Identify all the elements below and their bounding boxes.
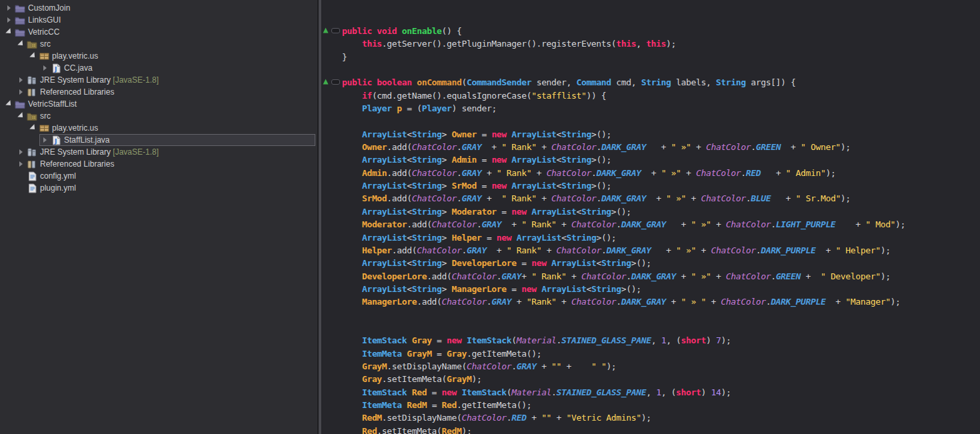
collapse-arrow-icon[interactable] (28, 123, 38, 133)
collapse-arrow-icon[interactable] (28, 51, 38, 61)
tree-item-linksgui[interactable]: LinksGUI (0, 14, 315, 26)
editor-line-row: public void onEnable() { (322, 25, 980, 37)
code-line[interactable]: ArrayList<String> ManagerLore = new Arra… (342, 283, 641, 295)
code-token: Helper (452, 233, 482, 243)
tree-item-referenced-libraries[interactable]: Referenced Libraries (0, 158, 315, 170)
annotation-ruler-cell (322, 309, 342, 321)
tree-item-src[interactable]: src (0, 110, 315, 122)
tree-item-play-vetric-us[interactable]: play.vetric.us (0, 50, 315, 62)
code-line[interactable]: Red.setItemMeta(RedM); (342, 425, 471, 434)
code-line[interactable]: ArrayList<String> Owner = new ArrayList<… (342, 128, 611, 141)
annotation-ruler-cell (322, 386, 342, 399)
code-token: RED (746, 168, 761, 178)
tree-item-jre-system-library[interactable]: JRE System Library [JavaSE-1.8] (0, 74, 315, 86)
code-line[interactable]: ArrayList<String> DeveloperLore = new Ar… (342, 257, 651, 269)
collapse-arrow-icon[interactable] (4, 99, 14, 109)
annotation-ruler-cell (322, 128, 342, 141)
code-line[interactable]: SrMod.add(ChatColor.GRAY + " Rank" + Cha… (342, 192, 851, 205)
code-token: + (527, 413, 541, 423)
override-marker-icon[interactable] (322, 78, 329, 85)
expand-arrow-icon[interactable] (16, 147, 26, 157)
code-token: GrayM (447, 374, 471, 384)
code-line[interactable]: ItemMeta GrayM = Gray.getItemMeta(); (342, 347, 541, 360)
project-explorer-panel[interactable]: CustomJoinLinksGUIVetricCCsrcplay.vetric… (0, 0, 318, 434)
annotation-ruler-cell (322, 167, 342, 179)
code-token: Gray (447, 349, 467, 359)
expand-arrow-icon[interactable] (16, 87, 26, 97)
tree-item-referenced-libraries[interactable]: Referenced Libraries (0, 86, 315, 98)
code-line[interactable]: RedM.setDisplayName(ChatColor.RED + "" +… (342, 411, 651, 424)
code-token: ChatColor (412, 142, 457, 152)
code-line[interactable]: Owner.add(ChatColor.GRAY + " Rank" + Cha… (342, 141, 851, 153)
code-line[interactable]: ArrayList<String> Helper = new ArrayList… (342, 231, 616, 244)
code-line[interactable]: Helper.add(ChatColor.GRAY + " Rank" + Ch… (342, 244, 891, 257)
tree-item-cc-java[interactable]: JCC.java (0, 62, 315, 74)
tree-item-src[interactable]: src (0, 38, 315, 50)
code-token: DARK_GRAY (621, 219, 666, 229)
code-line[interactable]: ItemStack Gray = new ItemStack(Material.… (342, 334, 731, 347)
expand-arrow-icon[interactable] (4, 15, 14, 25)
folding-marker-icon[interactable] (331, 28, 340, 33)
collapse-arrow-icon[interactable] (16, 39, 26, 49)
editor-line-row: public boolean onCommand(CommandSender s… (322, 76, 980, 89)
expand-arrow-icon[interactable] (4, 3, 14, 13)
code-line[interactable]: Player p = (Player) sender; (342, 102, 497, 115)
expand-arrow-icon[interactable] (16, 159, 26, 169)
code-line[interactable]: if(cmd.getName().equalsIgnoreCase("staff… (342, 89, 606, 102)
code-token: + (531, 168, 546, 178)
code-token: String (412, 284, 442, 294)
collapse-arrow-icon[interactable] (4, 27, 14, 37)
tree-item-play-vetric-us[interactable]: play.vetric.us (0, 122, 315, 134)
code-token (342, 103, 362, 113)
code-token: " Mod" (865, 219, 895, 229)
code-line[interactable]: } (342, 51, 347, 63)
code-editor[interactable]: public void onEnable() { this.getServer(… (322, 0, 980, 434)
code-line[interactable]: public boolean onCommand(CommandSender s… (342, 76, 796, 89)
code-token: String (412, 233, 442, 243)
tree-item-vetriccc[interactable]: VetricCC (0, 26, 315, 38)
code-line[interactable]: this.getServer().getPluginManager().regi… (342, 37, 676, 50)
code-token: String (601, 258, 631, 268)
code-line[interactable]: ArrayList<String> Admin = new ArrayList<… (342, 153, 611, 166)
tree-item-label: CC.java (64, 63, 93, 73)
code-line[interactable]: Gray.setItemMeta(GrayM); (342, 373, 481, 385)
tree-item-stafflist-java[interactable]: JStaffList.java (0, 134, 315, 146)
code-line[interactable]: DeveloperLore.add(ChatColor.GRAY+ " Rank… (342, 270, 891, 283)
jre-library-icon (26, 147, 38, 157)
code-line[interactable]: ArrayList<String> Moderator = new ArrayL… (342, 205, 631, 218)
code-line[interactable]: ManagerLore.add(ChatColor.GRAY + "Rank" … (342, 295, 901, 308)
tree-item-vetricstafflist[interactable]: VetricStaffList (0, 98, 315, 110)
expand-arrow-icon[interactable] (16, 75, 26, 85)
code-token: " Rank" (497, 168, 531, 178)
code-line[interactable]: ArrayList<String> SrMod = new ArrayList<… (342, 179, 611, 192)
code-token: ChatColor (551, 142, 596, 152)
code-line[interactable]: GrayM.setDisplayName(ChatColor.GRAY + ""… (342, 360, 616, 373)
code-line[interactable]: Admin.add(ChatColor.GRAY + " Rank" + Cha… (342, 167, 835, 179)
package-icon (38, 51, 50, 61)
code-line[interactable]: public void onEnable() { (342, 25, 462, 37)
tree-item-plugin-yml[interactable]: plugin.yml (0, 182, 315, 194)
code-line[interactable]: Moderator.add(ChatColor.GRAY + " Rank" +… (342, 218, 905, 231)
code-token: new (531, 258, 546, 268)
code-token: DARK_PURPLE (771, 297, 825, 307)
expand-arrow-icon[interactable] (40, 135, 50, 145)
expand-arrow-icon[interactable] (40, 63, 50, 73)
tree-item-jre-system-library[interactable]: JRE System Library [JavaSE-1.8] (0, 146, 315, 158)
tree-item-config-yml[interactable]: config.yml (0, 170, 315, 182)
folding-marker-icon[interactable] (331, 79, 340, 85)
annotation-ruler-cell (322, 321, 342, 334)
editor-line-row (322, 63, 980, 76)
code-token: SrMod (362, 193, 387, 203)
code-line[interactable]: ItemMeta RedM = Red.getItemMeta(); (342, 399, 531, 411)
annotation-ruler-cell (322, 218, 342, 231)
code-token: p (397, 103, 401, 113)
tree-item-customjoin[interactable]: CustomJoin (0, 2, 315, 14)
code-token: () { (442, 26, 462, 36)
src-folder-icon (26, 111, 38, 121)
code-line[interactable]: ItemStack Red = new ItemStack(Material.S… (342, 386, 731, 399)
editor-line-row (322, 321, 980, 334)
code-token: ArrayList (362, 284, 407, 294)
override-marker-icon[interactable] (322, 27, 329, 34)
code-token: String (716, 77, 746, 87)
collapse-arrow-icon[interactable] (16, 111, 26, 121)
